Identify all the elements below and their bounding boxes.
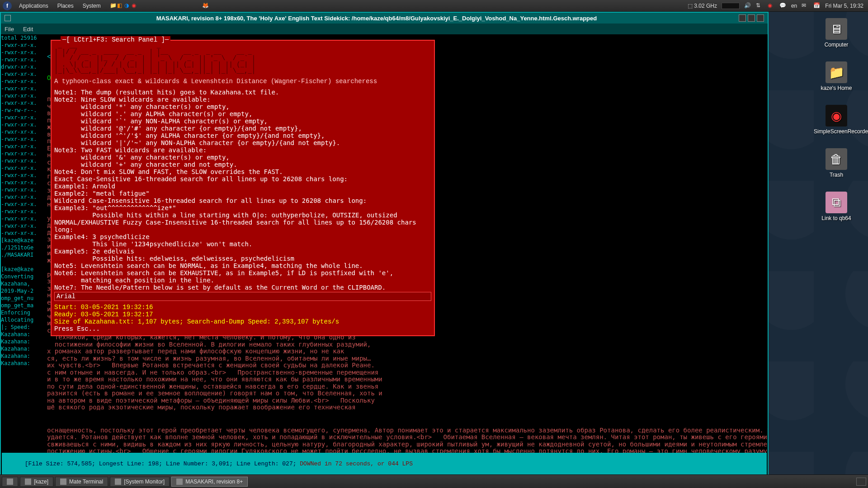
desktop-computer[interactable]: 🖥Computer <box>814 18 859 48</box>
window-menubar: File Edit <box>1 23 768 34</box>
task-mate-terminal[interactable]: Mate Terminal <box>55 477 108 487</box>
status-left: [File Size: 574,585; Longest Line: 198; … <box>25 460 300 467</box>
show-desktop-button[interactable] <box>2 477 18 487</box>
show-desktop-icon <box>7 479 13 485</box>
status-bar: [File Size: 574,585; Longest Line: 198; … <box>2 453 767 475</box>
search-panel-title: ─[ LCtrl+F3: Search Panel ]─ <box>61 36 170 43</box>
close-button[interactable] <box>757 14 764 22</box>
menu-system[interactable]: System <box>78 3 105 9</box>
maximize-button[interactable] <box>748 14 755 22</box>
desktop-trash[interactable]: 🗑Trash <box>814 148 859 178</box>
desktop-link-qb64[interactable]: ⧉Link to qb64 <box>814 192 859 221</box>
bottom-taskbar: [kaze] Mate Terminal [System Monitor] MA… <box>0 474 868 488</box>
task-masakari[interactable]: MASAKARI, revision 8+ <box>171 477 248 487</box>
menu-applications[interactable]: Applications <box>14 3 53 9</box>
desktop-icons: 🖥Computer 📁kaze's Home ◉SimpleScreenReco… <box>814 18 859 221</box>
start-time: Start: 03-05-2021 19:32:16 <box>54 304 431 311</box>
window-titlebar[interactable]: MASAKARI, revision 8+ 198x60, The 'Holy … <box>1 13 768 23</box>
ready-time: Ready: 03-05-2021 19:32:17 <box>54 311 431 318</box>
search-panel: ─[ LCtrl+F3: Search Panel ]─ _ __ _ | |/… <box>51 40 435 336</box>
network-icon[interactable]: ⇅ <box>756 2 763 9</box>
result-size: Size of Kazahana.txt: 1,107 bytes; Searc… <box>54 318 431 325</box>
window-title: MASAKARI, revision 8+ 198x60, The 'Holy … <box>14 15 739 22</box>
menu-file[interactable]: File <box>5 26 14 33</box>
desktop-ssr[interactable]: ◉SimpleScreenRecorder <box>814 105 859 135</box>
clock[interactable]: Fri Mar 5, 19:32 <box>825 3 863 9</box>
keyboard-layout[interactable]: en <box>791 3 797 9</box>
mail-icon[interactable]: ✉ <box>802 2 809 9</box>
status-warning: DOWNed in 72 seconds, or 044 LPS <box>300 460 413 467</box>
cpu-indicator[interactable]: ⬚ 3.02 GHz <box>688 3 717 9</box>
desktop-home[interactable]: 📁kaze's Home <box>814 61 859 91</box>
menu-edit[interactable]: Edit <box>23 26 33 33</box>
launcher-icon[interactable]: ◑ <box>124 2 132 9</box>
volume-icon[interactable]: 🔊 <box>744 2 751 9</box>
app-icon <box>176 479 183 485</box>
fedora-icon[interactable]: f <box>3 1 12 10</box>
launcher-icon[interactable]: ◉ <box>132 2 139 9</box>
cpu-graph[interactable] <box>722 3 740 9</box>
window-icon <box>5 15 11 21</box>
search-input[interactable]: Arial <box>54 292 431 301</box>
menu-places[interactable]: Places <box>53 3 78 9</box>
launcher-icon[interactable]: 📁 <box>110 2 117 9</box>
minimize-button[interactable] <box>739 14 746 22</box>
masakari-window: MASAKARI, revision 8+ 198x60, The 'Holy … <box>0 12 769 477</box>
folder-icon <box>25 479 31 485</box>
workspace-switcher[interactable] <box>856 478 866 486</box>
calendar-icon[interactable]: 📅 <box>813 2 821 9</box>
monitor-icon <box>115 479 121 485</box>
panel-notes: Note1: The dump (resultant hits) goes to… <box>54 89 431 291</box>
tagline: A typhoon-class exact & wildcards & Leve… <box>54 78 431 85</box>
task-files[interactable]: [kaze] <box>20 477 53 487</box>
record-icon[interactable]: ◉ <box>768 2 775 9</box>
launcher-icon[interactable]: ◧ <box>117 2 124 9</box>
top-panel: f Applications Places System 📁 ◧ ◑ ◉ 🦊 ⬚… <box>0 0 868 12</box>
ascii-logo: _ __ _ | |/ / __ _ ____ __ _ | |__ __ _ … <box>54 42 431 74</box>
firefox-icon[interactable]: 🦊 <box>202 2 209 9</box>
task-system-monitor[interactable]: [System Monitor] <box>110 477 170 487</box>
press-esc: Press Esc... <box>54 325 431 333</box>
chat-icon[interactable]: 💬 <box>779 2 787 9</box>
left-ls-column: total 25916 -rwxr-xr-x. -rwxr-xr-x. -rwx… <box>1 34 46 467</box>
terminal-icon <box>60 479 66 485</box>
terminal-area[interactable]: total 25916 -rwxr-xr-x. -rwxr-xr-x. -rwx… <box>1 34 768 476</box>
